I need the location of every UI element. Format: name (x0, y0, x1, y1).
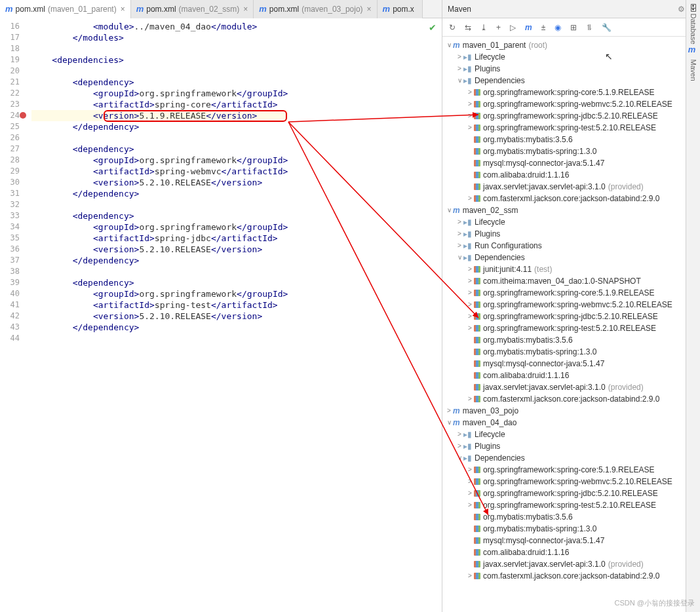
code-area[interactable]: 1617181920212223242526272829303132333435… (0, 18, 442, 612)
toolbar-btn-2[interactable]: ⤓ (480, 23, 487, 32)
plugins[interactable]: >▸▮Plugins (442, 63, 700, 75)
chevron-icon[interactable]: ∨ (456, 252, 463, 263)
dependency-item[interactable]: >org.springframework:spring-webmvc:5.2.1… (442, 299, 700, 311)
code-line[interactable]: <dependencies> (31, 54, 288, 66)
dependency-item[interactable]: >javax.servlet:javax.servlet-api:3.1.0(p… (442, 381, 700, 393)
dependency-item[interactable]: >mysql:mysql-connector-java:5.1.47 (442, 157, 700, 169)
chevron-icon[interactable]: > (466, 263, 474, 275)
toolbar-btn-7[interactable]: ◉ (554, 23, 561, 32)
toolbar-btn-8[interactable]: ⊞ (570, 23, 577, 32)
code-line[interactable] (31, 333, 288, 344)
dependency-item[interactable]: >org.springframework:spring-test:5.2.10.… (442, 499, 700, 511)
editor-tab-2[interactable]: mpom.xml(maven_03_pojo)× (254, 0, 377, 18)
chevron-icon[interactable]: ∨ (445, 417, 453, 429)
plugins[interactable]: >▸▮Plugins (442, 228, 700, 240)
dependency-item[interactable]: >org.springframework:spring-webmvc:5.2.1… (442, 98, 700, 110)
chevron-icon[interactable]: > (466, 169, 474, 181)
code-line[interactable] (31, 266, 288, 277)
dependency-item[interactable]: >org.springframework:spring-core:5.1.9.R… (442, 86, 700, 98)
chevron-icon[interactable]: > (466, 287, 474, 299)
chevron-icon[interactable]: > (456, 240, 463, 252)
rail-database[interactable]: Database (690, 13, 697, 44)
lifecycle[interactable]: >▸▮Lifecycle (442, 51, 700, 63)
chevron-icon[interactable]: > (466, 334, 474, 346)
dependencies[interactable]: ∨▸▮Dependencies (442, 452, 700, 464)
code-line[interactable]: <artifactId>spring-core</artifactId> (31, 99, 288, 110)
code-line[interactable] (31, 43, 288, 54)
dependency-item[interactable]: >org.mybatis:mybatis-spring:1.3.0 (442, 145, 700, 157)
rail-maven[interactable]: Maven (690, 59, 697, 81)
chevron-icon[interactable]: > (466, 464, 474, 476)
dependency-item[interactable]: >com.alibaba:druid:1.1.16 (442, 169, 700, 181)
code-line[interactable]: <version>5.2.10.RELEASE</version> (31, 244, 288, 255)
code-content[interactable]: <module>../maven_04_dao</module> </modul… (31, 18, 288, 612)
dependency-item[interactable]: >mysql:mysql-connector-java:5.1.47 (442, 358, 700, 370)
lifecycle[interactable]: >▸▮Lifecycle (442, 429, 700, 440)
toolbar-btn-1[interactable]: ⇆ (465, 23, 471, 32)
code-line[interactable]: <artifactId>spring-test</artifactId> (31, 299, 288, 311)
code-line[interactable] (31, 199, 288, 210)
toolbar-btn-10[interactable]: 🔧 (602, 23, 612, 32)
dependency-item[interactable]: >com.itheima:maven_04_dao:1.0-SNAPSHOT (442, 275, 700, 287)
chevron-icon[interactable]: > (466, 511, 474, 523)
chevron-icon[interactable]: > (466, 535, 474, 546)
module-maven_04_dao[interactable]: ∨mmaven_04_dao (442, 417, 700, 429)
code-line[interactable]: </dependency> (31, 255, 288, 266)
chevron-icon[interactable]: > (466, 98, 474, 110)
chevron-icon[interactable]: > (466, 546, 474, 558)
code-line[interactable]: <groupId>org.springframework</groupId> (31, 155, 288, 166)
dependency-item[interactable]: >org.springframework:spring-webmvc:5.2.1… (442, 476, 700, 488)
code-line[interactable]: </dependency> (31, 121, 288, 132)
chevron-icon[interactable]: > (466, 570, 474, 582)
module-maven_03_pojo[interactable]: >mmaven_03_pojo (442, 405, 700, 417)
dependency-item[interactable]: >com.alibaba:druid:1.1.16 (442, 370, 700, 381)
chevron-icon[interactable]: > (456, 228, 463, 240)
chevron-icon[interactable]: > (466, 381, 474, 393)
dependency-item[interactable]: >javax.servlet:javax.servlet-api:3.1.0(p… (442, 558, 700, 570)
code-line[interactable]: <dependency> (31, 77, 288, 88)
code-line[interactable]: <version>5.2.10.RELEASE</version> (31, 177, 288, 188)
plugins[interactable]: >▸▮Plugins (442, 440, 700, 452)
chevron-icon[interactable]: > (466, 358, 474, 370)
code-line[interactable]: <version>5.2.10.RELEASE</version> (31, 311, 288, 322)
chevron-icon[interactable]: > (456, 429, 463, 440)
dependency-item[interactable]: >junit:junit:4.11(test) (442, 263, 700, 275)
chevron-icon[interactable]: > (466, 523, 474, 535)
chevron-icon[interactable]: ∨ (456, 75, 463, 86)
toolbar-btn-5[interactable]: m (525, 23, 532, 32)
chevron-icon[interactable]: ∨ (456, 452, 463, 464)
code-line[interactable]: <groupId>org.springframework</groupId> (31, 288, 288, 299)
code-line[interactable]: <artifactId>spring-webmvc</artifactId> (31, 166, 288, 177)
chevron-icon[interactable]: > (445, 405, 453, 417)
code-line[interactable]: <module>../maven_04_dao</module> (31, 21, 288, 32)
dependency-item[interactable]: >org.springframework:spring-test:5.2.10.… (442, 122, 700, 134)
run-configurations[interactable]: >▸▮Run Configurations (442, 240, 700, 252)
chevron-icon[interactable]: > (466, 488, 474, 499)
dependencies[interactable]: ∨▸▮Dependencies (442, 75, 700, 86)
editor-tab-0[interactable]: mpom.xml(maven_01_parent)× (0, 0, 131, 18)
editor-tab-1[interactable]: mpom.xml(maven_02_ssm)× (131, 0, 254, 18)
close-icon[interactable]: × (243, 5, 248, 14)
dependency-item[interactable]: >org.mybatis:mybatis-spring:1.3.0 (442, 523, 700, 535)
chevron-icon[interactable]: > (466, 110, 474, 122)
dependency-item[interactable]: >org.springframework:spring-jdbc:5.2.10.… (442, 488, 700, 499)
code-line[interactable]: <groupId>org.springframework</groupId> (31, 88, 288, 99)
chevron-icon[interactable]: > (466, 181, 474, 193)
close-icon[interactable]: × (121, 5, 125, 14)
dependency-item[interactable]: >com.fasterxml.jackson.core:jackson-data… (442, 393, 700, 405)
dependency-item[interactable]: >com.fasterxml.jackson.core:jackson-data… (442, 570, 700, 582)
db-icon[interactable]: 🗄 (690, 4, 697, 13)
dependency-item[interactable]: >org.springframework:spring-jdbc:5.2.10.… (442, 110, 700, 122)
chevron-icon[interactable]: > (466, 476, 474, 488)
dependency-item[interactable]: >org.mybatis:mybatis:3.5.6 (442, 334, 700, 346)
module-maven_01_parent[interactable]: ∨mmaven_01_parent(root) (442, 39, 700, 51)
editor-tab-3[interactable]: mpom.x (378, 0, 423, 18)
chevron-icon[interactable]: ∨ (445, 39, 453, 51)
code-line[interactable]: </modules> (31, 32, 288, 43)
chevron-icon[interactable]: > (466, 299, 474, 311)
dependency-item[interactable]: >org.mybatis:mybatis:3.5.6 (442, 511, 700, 523)
chevron-icon[interactable]: > (466, 499, 474, 511)
code-line[interactable]: <version>5.1.9.RELEASE</version> (31, 110, 288, 121)
code-line[interactable] (31, 132, 288, 143)
code-line[interactable]: </dependency> (31, 188, 288, 199)
